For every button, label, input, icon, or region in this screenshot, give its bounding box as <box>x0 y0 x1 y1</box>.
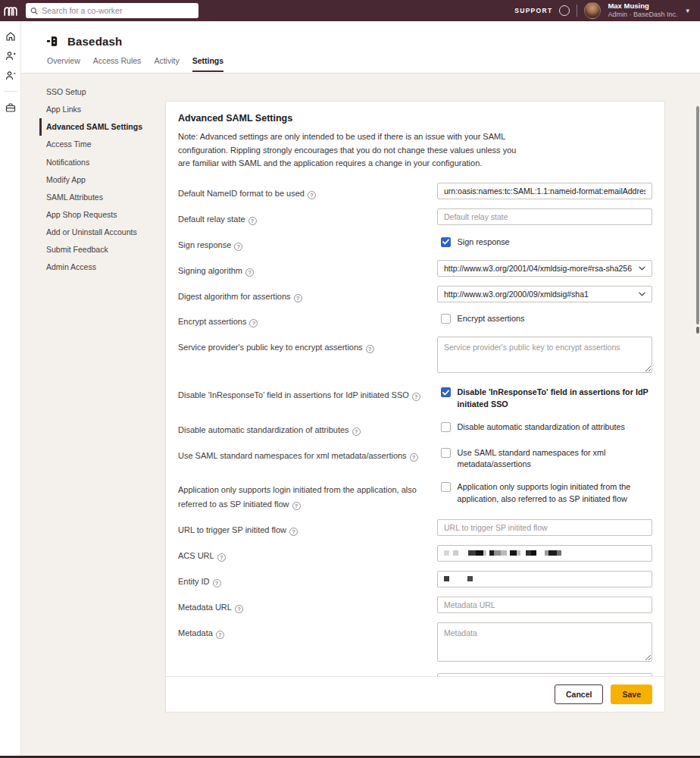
tab-access-rules[interactable]: Access Rules <box>93 56 142 72</box>
disable-inresponseto-control-col: Disable 'InResponseTo' field in assertio… <box>441 384 652 410</box>
sidenav-item-sso-setup[interactable]: SSO Setup <box>39 83 164 101</box>
disable-auto-standardization-checkbox-label[interactable]: Disable automatic standardization of att… <box>458 421 625 434</box>
help-icon[interactable] <box>248 217 257 225</box>
sidenav-item-add-or-uninstall-accounts[interactable]: Add or Uninstall Accounts <box>39 224 164 241</box>
briefcase-icon[interactable] <box>5 102 16 113</box>
user-avatar[interactable] <box>584 2 601 19</box>
signing-algorithm-select[interactable]: http://www.w3.org/2001/04/xmldsig-more#r… <box>437 260 652 277</box>
sign-response-label-col: Sign response <box>178 234 441 252</box>
sp-initiated-only-checkbox-row: Application only supports login initiate… <box>441 479 652 505</box>
help-icon[interactable] <box>235 605 243 613</box>
tab-activity[interactable]: Activity <box>154 56 179 72</box>
disable-auto-standardization-label-col: Disable automatic standardization of att… <box>178 419 441 437</box>
help-circle-icon[interactable] <box>559 5 570 16</box>
disable-inresponseto-checkbox-label[interactable]: Disable 'InResponseTo' field in assertio… <box>458 387 652 410</box>
help-icon[interactable] <box>217 553 226 562</box>
acs-url-input-redacted[interactable] <box>437 545 652 562</box>
help-icon[interactable] <box>249 319 258 327</box>
user-menu[interactable]: Max Musing Admin · BaseDash Inc. <box>608 2 677 18</box>
help-icon[interactable] <box>216 631 224 639</box>
default-nameid-format-label: Default NameID format to be used <box>178 189 316 198</box>
topbar: SUPPORT Max Musing Admin · BaseDash Inc.… <box>0 0 700 21</box>
sidenav-item-access-time[interactable]: Access Time <box>39 136 164 153</box>
tab-bar: OverviewAccess RulesActivitySettings <box>21 48 700 72</box>
default-relay-state-label: Default relay state <box>178 215 257 224</box>
sidenav-item-submit-feedback[interactable]: Submit Feedback <box>39 241 164 258</box>
signing-algorithm-label-col: Signing algorithm <box>178 260 437 277</box>
encrypt-assertions-checkbox[interactable] <box>441 314 451 324</box>
help-icon[interactable] <box>213 579 221 587</box>
sidenav-item-app-shop-requests[interactable]: App Shop Requests <box>39 206 164 224</box>
metadata-url-input[interactable] <box>437 597 652 613</box>
sign-response-label: Sign response <box>178 240 242 249</box>
chevron-down-icon <box>639 265 645 272</box>
support-link[interactable]: SUPPORT <box>514 7 552 14</box>
sign-response-checkbox-label[interactable]: Sign response <box>458 236 510 249</box>
help-icon[interactable] <box>234 243 242 251</box>
home-icon[interactable] <box>5 30 16 42</box>
entity-id-input-redacted[interactable] <box>437 571 652 587</box>
tab-overview[interactable]: Overview <box>47 56 80 72</box>
default-relay-state-input[interactable] <box>437 208 652 225</box>
sign-response-control-col: Sign response <box>441 234 652 249</box>
sp-flow-url-label: URL to trigger SP initited flow <box>178 525 298 534</box>
default-relay-state-row: Default relay state <box>178 208 652 226</box>
sp-initiated-only-label: Application only supports login initiate… <box>178 485 417 509</box>
person-remove-icon[interactable] <box>5 70 16 81</box>
redacted-block <box>536 550 545 556</box>
signing-algorithm-selected-value: http://www.w3.org/2001/04/xmldsig-more#r… <box>444 264 634 273</box>
help-icon[interactable] <box>292 502 301 510</box>
disable-inresponseto-checkbox-row: Disable 'InResponseTo' field in assertio… <box>441 384 652 410</box>
disable-auto-standardization-checkbox[interactable] <box>441 422 451 432</box>
rippling-logo-icon[interactable] <box>0 0 23 21</box>
sign-response-checkbox[interactable] <box>441 237 451 247</box>
vertical-scrollbar-segment[interactable] <box>696 327 699 334</box>
sidenav-item-saml-attributes[interactable]: SAML Attributes <box>39 189 164 206</box>
sidenav-item-advanced-saml-settings[interactable]: Advanced SAML Settings <box>39 118 164 136</box>
help-icon[interactable] <box>352 428 361 436</box>
redacted-block <box>453 550 458 556</box>
saml-standard-namespaces-checkbox-label[interactable]: Use SAML standard namespaces for xml met… <box>458 447 652 471</box>
person-add-icon[interactable] <box>5 50 16 61</box>
help-icon[interactable] <box>366 345 374 353</box>
digest-algorithm-control-col: http://www.w3.org/2000/09/xmldsig#sha1 <box>437 286 652 302</box>
acs-url-label: ACS URL <box>178 551 226 560</box>
encrypt-assertions-label: Encrypt assertions <box>178 317 258 326</box>
basedash-logo-icon <box>47 36 58 47</box>
sidenav-item-notifications[interactable]: Notifications <box>39 154 164 171</box>
cancel-button[interactable]: Cancel <box>555 684 603 704</box>
help-icon[interactable] <box>289 528 298 536</box>
sidenav-item-app-links[interactable]: App Links <box>39 101 164 118</box>
help-icon[interactable] <box>410 453 418 462</box>
disable-inresponseto-checkbox[interactable] <box>441 387 451 397</box>
tab-settings[interactable]: Settings <box>192 56 223 72</box>
redacted-block <box>510 550 517 556</box>
redacted-block <box>548 550 557 556</box>
search-icon <box>30 7 38 15</box>
sp-public-key-textarea[interactable] <box>437 337 652 373</box>
vertical-scrollbar[interactable] <box>696 106 699 324</box>
sp-initiated-only-checkbox[interactable] <box>441 482 451 492</box>
sidenav-item-modify-app[interactable]: Modify App <box>39 171 164 189</box>
default-nameid-format-input[interactable] <box>437 183 652 199</box>
help-icon[interactable] <box>412 393 420 401</box>
saml-standard-namespaces-checkbox[interactable] <box>441 448 451 458</box>
sp-initiated-only-checkbox-label[interactable]: Application only supports login initiate… <box>458 481 652 505</box>
sp-initiated-only-label-col: Application only supports login initiate… <box>178 479 441 511</box>
search-input[interactable] <box>42 6 194 15</box>
chevron-down-icon[interactable]: ▾ <box>686 7 689 14</box>
sp-flow-url-input[interactable] <box>437 519 652 536</box>
metadata-textarea[interactable] <box>437 622 652 662</box>
help-icon[interactable] <box>294 294 302 302</box>
redacted-block <box>458 550 468 556</box>
sidenav-item-admin-access[interactable]: Admin Access <box>39 258 164 276</box>
icon-rail <box>0 21 21 756</box>
help-icon[interactable] <box>308 191 316 199</box>
coworker-search[interactable] <box>26 3 198 18</box>
encrypt-assertions-checkbox-label[interactable]: Encrypt assertions <box>458 313 525 325</box>
save-button[interactable]: Save <box>611 684 652 704</box>
digest-algorithm-select[interactable]: http://www.w3.org/2000/09/xmldsig#sha1 <box>437 286 652 302</box>
help-icon[interactable] <box>245 268 254 277</box>
metadata-label-col: Metadata <box>178 622 437 640</box>
content-area: SSO SetupApp LinksAdvanced SAML Settings… <box>21 74 700 756</box>
